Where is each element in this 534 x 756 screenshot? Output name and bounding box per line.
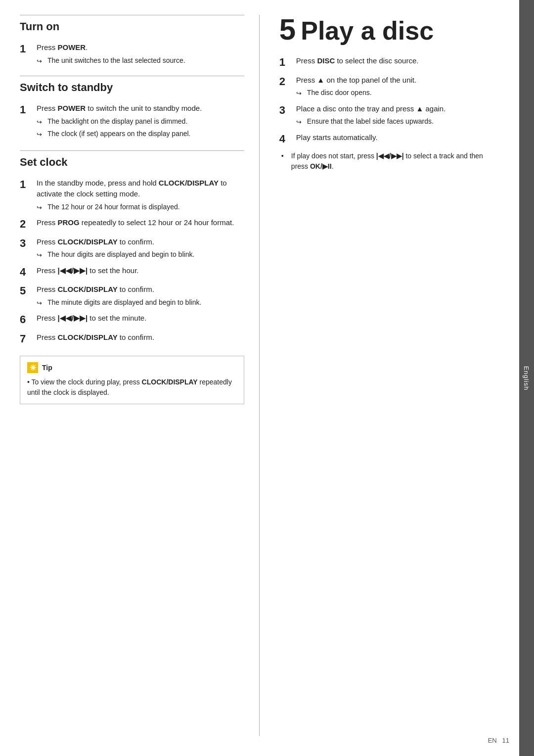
disc-bullet-text: If play does not start, press |◀◀/▶▶| to… xyxy=(291,151,499,172)
standby-arrow-2: ↪ The clock (if set) appears on the disp… xyxy=(37,129,244,140)
disc-arrow-2: ↪ The disc door opens. xyxy=(296,88,499,98)
tip-box: ✳ Tip • To view the clock during play, p… xyxy=(20,356,244,404)
disc-step-content-1: Press DISC to select the disc source. xyxy=(296,55,499,67)
language-label: English xyxy=(523,366,531,390)
arrow-icon-c5: ↪ xyxy=(37,298,44,308)
disc-step-num-4: 4 xyxy=(279,132,293,146)
clock-step-3: 3 Press CLOCK/DISPLAY to confirm. ↪ The … xyxy=(20,236,244,260)
tip-content: • To view the clock during play, press C… xyxy=(27,377,237,398)
disc-step-3: 3 Place a disc onto the tray and press ▲… xyxy=(279,103,499,127)
clock-divider xyxy=(20,150,244,151)
top-divider xyxy=(20,15,244,15)
backlight-text: The backlight on the display panel is di… xyxy=(47,116,187,127)
disc-step-num-3: 3 xyxy=(279,103,293,118)
arrow-icon-2: ↪ xyxy=(37,130,44,140)
clock-arrow-text-1: The 12 hour or 24 hour format is display… xyxy=(47,202,180,212)
clock-step-content-6: Press |◀◀/▶▶| to set the minute. xyxy=(37,313,244,324)
clock-step-2: 2 Press PROG repeatedly to select 12 hou… xyxy=(20,217,244,232)
language-sidebar: English xyxy=(519,0,534,756)
clock-arrow-5: ↪ The minute digits are displayed and be… xyxy=(37,297,244,308)
disc-step-num-2: 2 xyxy=(279,75,293,89)
page-num: 11 xyxy=(502,737,509,744)
clock-step-content-2: Press PROG repeatedly to select 12 hour … xyxy=(37,217,244,229)
clock-step-content-3: Press CLOCK/DISPLAY to confirm. ↪ The ho… xyxy=(37,236,244,260)
arrow-icon-c1: ↪ xyxy=(37,203,44,213)
clock-step-6: 6 Press |◀◀/▶▶| to set the minute. xyxy=(20,313,244,327)
switch-standby-section: Switch to standby 1 Press POWER to switc… xyxy=(20,76,244,140)
standby-step-content: Press POWER to switch the unit to standb… xyxy=(37,103,244,140)
clock-step-1: 1 In the standby mode, press and hold CL… xyxy=(20,178,244,213)
tip-icon: ✳ xyxy=(27,362,38,373)
standby-step-1: 1 Press POWER to switch the unit to stan… xyxy=(20,103,244,140)
clock-step-5: 5 Press CLOCK/DISPLAY to confirm. ↪ The … xyxy=(20,284,244,308)
arrow-item: ↪ The unit switches to the last selected… xyxy=(37,55,244,66)
clock-step-num-3: 3 xyxy=(20,236,34,251)
arrow-text: The unit switches to the last selected s… xyxy=(47,55,185,66)
disc-step-content-4: Play starts automatically. xyxy=(296,132,499,143)
tip-header: ✳ Tip xyxy=(27,362,237,373)
turn-on-section: Turn on 1 Press POWER. ↪ The unit switch… xyxy=(20,15,244,66)
turn-on-step-1: 1 Press POWER. ↪ The unit switches to th… xyxy=(20,42,244,66)
clock-step-num-1: 1 xyxy=(20,178,34,192)
clock-step-num-6: 6 xyxy=(20,313,34,327)
disc-step-2: 2 Press ▲ on the top panel of the unit. … xyxy=(279,75,499,98)
clock-arrow-1: ↪ The 12 hour or 24 hour format is displ… xyxy=(37,202,244,213)
disc-step-content-2: Press ▲ on the top panel of the unit. ↪ … xyxy=(296,75,499,98)
disc-step-4: 4 Play starts automatically. xyxy=(279,132,499,146)
step-content-1: Press POWER. ↪ The unit switches to the … xyxy=(37,42,244,66)
section-number: 5 xyxy=(279,15,296,45)
page-label: EN xyxy=(488,737,497,744)
arrow-icon-c3: ↪ xyxy=(37,250,44,260)
step-num-1: 1 xyxy=(20,42,34,56)
clock-arrow-text-3: The hour digits are displayed and begin … xyxy=(47,249,194,260)
standby-arrow-1: ↪ The backlight on the display panel is … xyxy=(37,116,244,127)
clock-step-content-7: Press CLOCK/DISPLAY to confirm. xyxy=(37,332,244,343)
clock-arrow-3: ↪ The hour digits are displayed and begi… xyxy=(37,249,244,260)
left-column: Turn on 1 Press POWER. ↪ The unit switch… xyxy=(20,15,260,736)
clock-text: The clock (if set) appears on the displa… xyxy=(47,129,191,139)
clock-arrow-text-5: The minute digits are displayed and begi… xyxy=(47,297,201,308)
standby-title: Switch to standby xyxy=(20,81,244,97)
standby-step-num: 1 xyxy=(20,103,34,117)
tip-label: Tip xyxy=(42,364,52,372)
arrow-icon: ↪ xyxy=(37,56,44,66)
main-content: Turn on 1 Press POWER. ↪ The unit switch… xyxy=(0,0,519,756)
disc-step-num-1: 1 xyxy=(279,55,293,70)
disc-arrow-text-3: Ensure that the label side faces upwards… xyxy=(307,116,434,127)
arrow-icon-1: ↪ xyxy=(37,117,44,127)
clock-step-7: 7 Press CLOCK/DISPLAY to confirm. xyxy=(20,332,244,346)
disc-step-content-3: Place a disc onto the tray and press ▲ a… xyxy=(296,103,499,127)
clock-step-num-2: 2 xyxy=(20,217,34,232)
clock-step-num-4: 4 xyxy=(20,265,34,280)
arrow-icon-d3: ↪ xyxy=(296,117,304,127)
clock-step-content-5: Press CLOCK/DISPLAY to confirm. ↪ The mi… xyxy=(37,284,244,308)
play-disc-heading: 5 Play a disc xyxy=(279,15,499,46)
clock-step-num-7: 7 xyxy=(20,332,34,346)
set-clock-section: Set clock 1 In the standby mode, press a… xyxy=(20,150,244,405)
right-column: 5 Play a disc 1 Press DISC to select the… xyxy=(260,15,499,736)
arrow-icon-d2: ↪ xyxy=(296,89,304,98)
clock-step-num-5: 5 xyxy=(20,284,34,298)
disc-step-1: 1 Press DISC to select the disc source. xyxy=(279,55,499,70)
clock-step-4: 4 Press |◀◀/▶▶| to set the hour. xyxy=(20,265,244,280)
bullet-icon: • xyxy=(281,152,288,160)
disc-arrow-3: ↪ Ensure that the label side faces upwar… xyxy=(296,116,499,127)
set-clock-title: Set clock xyxy=(20,156,244,172)
standby-divider xyxy=(20,76,244,76)
page-container: Turn on 1 Press POWER. ↪ The unit switch… xyxy=(0,0,534,756)
clock-step-content-4: Press |◀◀/▶▶| to set the hour. xyxy=(37,265,244,277)
disc-arrow-text-2: The disc door opens. xyxy=(307,88,372,98)
play-disc-title: Play a disc xyxy=(301,16,434,46)
clock-step-content-1: In the standby mode, press and hold CLOC… xyxy=(37,178,244,213)
disc-bullet: • If play does not start, press |◀◀/▶▶| … xyxy=(281,151,499,172)
page-footer: EN 11 xyxy=(488,737,509,744)
turn-on-title: Turn on xyxy=(20,20,244,36)
